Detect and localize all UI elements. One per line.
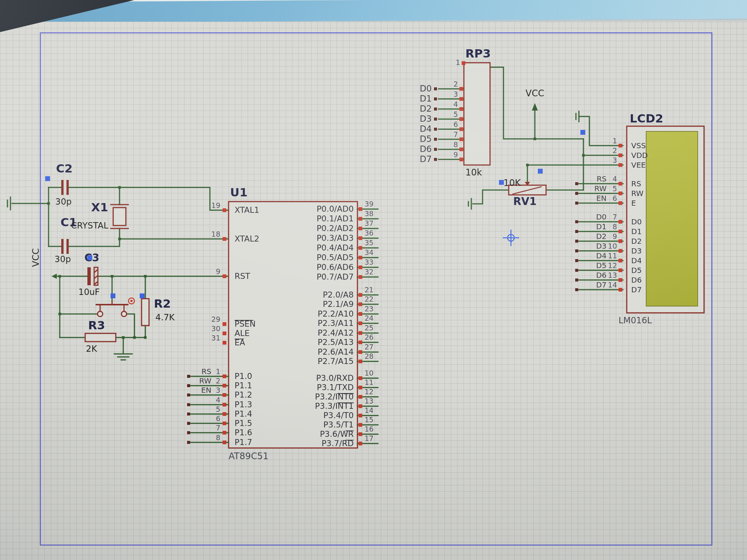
pin-marker — [223, 421, 226, 425]
vcc-flag-reset[interactable]: VCC — [31, 248, 57, 279]
c2-value-label[interactable]: 30p — [55, 197, 72, 206]
c1-value-label[interactable]: 30p — [55, 254, 71, 264]
rv1-ref-label[interactable]: RV1 — [513, 195, 537, 208]
component-r2[interactable]: R2 4.7K — [142, 297, 175, 326]
capacitor-plate — [66, 180, 69, 195]
pin-marker — [619, 220, 622, 224]
pin-name: P3.1/TXD — [317, 383, 354, 392]
pin-name: P1.1 — [235, 381, 252, 390]
pin-number: 6 — [453, 120, 458, 128]
component-r3[interactable]: R3 2K — [85, 318, 116, 354]
pin-number: 3 — [216, 386, 220, 394]
net-label[interactable]: D0 — [420, 84, 432, 93]
wire[interactable] — [473, 190, 509, 204]
ground-symbol-reset[interactable] — [114, 354, 132, 360]
net-label[interactable]: D0 — [596, 212, 607, 221]
net-label[interactable]: D1 — [596, 222, 607, 231]
r2-value-label[interactable]: 4.7K — [155, 312, 175, 322]
wire[interactable] — [527, 165, 623, 183]
wire-end — [187, 384, 190, 387]
r2-ref-label[interactable]: R2 — [154, 297, 171, 310]
net-label[interactable]: D6 — [596, 271, 607, 280]
net-label[interactable]: D2 — [596, 232, 607, 241]
pin-marker — [223, 384, 226, 388]
net-label[interactable]: RW — [594, 184, 607, 193]
net-label[interactable]: D5 — [420, 134, 432, 144]
wire[interactable] — [127, 314, 134, 337]
net-label[interactable]: D4 — [596, 251, 607, 260]
r3-value-label[interactable]: 2K — [86, 344, 97, 354]
net-label[interactable]: EN — [201, 386, 211, 395]
x1-ref-label[interactable]: X1 — [91, 200, 108, 214]
vcc-flag-lcd[interactable]: VCC — [526, 88, 544, 111]
net-label[interactable]: D2 — [420, 104, 432, 113]
pin-name: P1.7 — [235, 438, 252, 447]
c3-value-label[interactable]: 10uF — [78, 287, 100, 297]
lcd2-part-label[interactable]: LM016L — [619, 315, 652, 325]
pin-name: P0.0/AD0 — [317, 204, 354, 214]
lcd2-ref-label[interactable]: LCD2 — [630, 112, 663, 125]
wire[interactable] — [69, 228, 120, 246]
pin-number: 32 — [365, 268, 374, 276]
ground-flag-lcd-vss[interactable] — [576, 111, 579, 122]
pin-number: 15 — [365, 416, 374, 424]
net-label[interactable]: D4 — [420, 124, 432, 134]
net-label[interactable]: D7 — [596, 280, 607, 289]
pin-name: P2.4/A12 — [318, 328, 354, 337]
crystal-body[interactable] — [113, 208, 126, 225]
x1-value-label[interactable]: CRYSTAL — [71, 221, 108, 230]
net-label[interactable]: EN — [596, 194, 607, 203]
pin-name: D3 — [631, 246, 642, 255]
pin-number: 14 — [365, 406, 374, 414]
pin-name: P0.4/AD4 — [317, 243, 354, 252]
net-label[interactable]: D1 — [420, 94, 432, 103]
rv1-value-label[interactable]: 10K — [503, 178, 521, 188]
vcc-top-label[interactable]: VCC — [526, 88, 544, 99]
net-label[interactable]: D3 — [420, 114, 432, 124]
c2-ref-label[interactable]: C2 — [56, 162, 72, 175]
pin-marker — [359, 302, 362, 306]
net-label[interactable]: D3 — [596, 242, 607, 251]
net-label[interactable]: D7 — [420, 154, 432, 164]
pin-number: 31 — [211, 334, 220, 342]
wire-end — [187, 422, 190, 425]
resistor-body[interactable] — [85, 333, 116, 342]
pin-marker — [359, 442, 362, 445]
pin-marker — [359, 207, 362, 211]
resistor-body[interactable] — [142, 299, 149, 326]
pin-number: 8 — [216, 433, 220, 442]
u1-ref-label[interactable]: U1 — [230, 186, 248, 199]
rp3-body[interactable] — [464, 63, 490, 165]
pin-name: P1.5 — [235, 419, 252, 428]
ground-flag-left[interactable] — [7, 197, 10, 210]
wire[interactable] — [490, 67, 583, 139]
net-label[interactable]: D6 — [420, 144, 432, 154]
pin-name: P2.5/A13 — [318, 337, 354, 347]
rp3-value-label[interactable]: 10k — [465, 167, 482, 178]
rp3-pin1-number: 1 — [456, 58, 460, 66]
pin-number: 13 — [365, 397, 374, 405]
wire-end — [434, 158, 437, 161]
net-label[interactable]: D5 — [596, 261, 607, 270]
component-c2[interactable]: C2 30p — [55, 162, 72, 206]
u1-part-label[interactable]: AT89C51 — [229, 451, 269, 461]
pin-number: 8 — [453, 140, 458, 149]
rp3-ref-label[interactable]: RP3 — [465, 47, 491, 60]
pin-number: 24 — [365, 314, 374, 322]
net-label[interactable]: RS — [596, 174, 607, 183]
wire-end — [575, 259, 578, 262]
pin-name: P3.0/RXD — [316, 373, 354, 383]
pin-name: XTAL2 — [235, 234, 259, 243]
net-label[interactable]: RS — [201, 367, 211, 376]
component-x1-crystal[interactable]: X1 CRYSTAL — [71, 200, 129, 230]
net-label[interactable]: RW — [199, 376, 211, 385]
component-rv1[interactable]: RV1 10K — [503, 178, 546, 208]
pin-name: D2 — [631, 237, 642, 246]
wire-end — [187, 393, 190, 396]
capacitor-plate — [87, 267, 91, 285]
r3-ref-label[interactable]: R3 — [88, 318, 105, 332]
pin-marker — [359, 404, 362, 408]
pin-number: 10 — [365, 369, 374, 377]
ground-flag-rv1[interactable] — [468, 199, 471, 209]
vcc-left-label[interactable]: VCC — [31, 248, 41, 267]
